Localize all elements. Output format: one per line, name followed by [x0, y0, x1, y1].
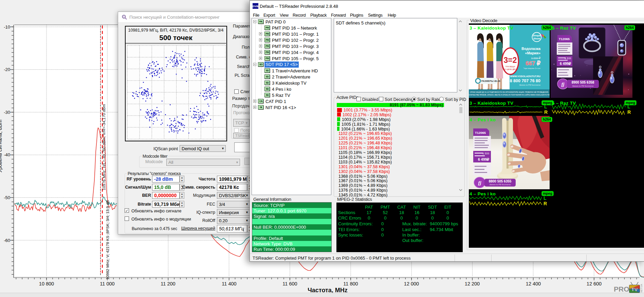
svg-text:-40: -40: [4, 152, 10, 157]
svg-text:11 800: 11 800: [343, 281, 358, 286]
svg-text:TV: TV: [631, 286, 638, 292]
svg-text:-10: -10: [4, 24, 10, 30]
svg-text:10976 MHz; H/L=-49,760 dBm;: 10976 MHz; H/L=-49,760 dBm; V/R=-34,170 …: [102, 104, 106, 190]
svg-text:12 000: 12 000: [404, 281, 419, 286]
svg-text:11 200: 11 200: [161, 281, 175, 286]
svg-text:Частота, MHz: Частота, MHz: [308, 287, 348, 294]
svg-text:11 600: 11 600: [282, 281, 297, 286]
svg-text:DVB: DVB: [253, 5, 258, 8]
svg-text:12 200: 12 200: [465, 281, 480, 286]
svg-text:PRO: PRO: [614, 285, 629, 293]
svg-text:11 000: 11 000: [100, 281, 114, 286]
svg-text:-60: -60: [4, 238, 10, 243]
svg-text:12 600: 12 600: [587, 281, 602, 286]
svg-text:-30: -30: [4, 110, 10, 115]
svg-text:-50: -50: [4, 195, 10, 200]
svg-text:10 800: 10 800: [39, 281, 54, 286]
svg-text:12 400: 12 400: [526, 281, 541, 286]
svg-text:NET.UA: NET.UA: [640, 284, 643, 292]
svg-text:-20: -20: [4, 67, 10, 72]
svg-text:10982 MHz; V; 42178 KS ;8PSK;: 10982 MHz; V; 42178 KS ;8PSK; 3/4; 13,9 …: [106, 200, 110, 280]
svg-text:11 400: 11 400: [222, 281, 236, 286]
svg-text:Уровень сигнала, dBm: Уровень сигнала, dBm: [0, 120, 3, 173]
